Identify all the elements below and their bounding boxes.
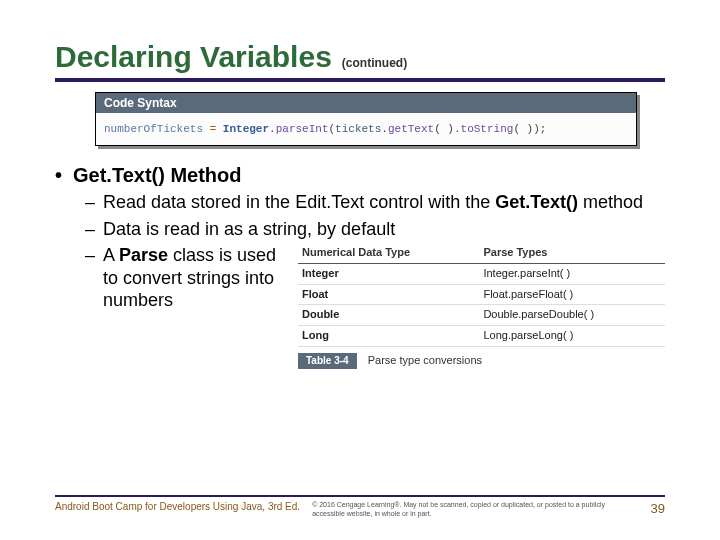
table-row: Long Long.parseLong( ) xyxy=(298,326,665,347)
code-syntax-box: Code Syntax numberOfTickets = Integer.pa… xyxy=(95,92,637,146)
bullet2c-text-1: A xyxy=(103,245,119,265)
code-token-equals: = xyxy=(210,123,217,135)
footer-copyright: © 2016 Cengage Learning®. May not be sca… xyxy=(312,501,636,518)
slide-footer: Android Boot Camp for Developers Using J… xyxy=(55,495,665,518)
cell-parse: Long.parseLong( ) xyxy=(479,326,665,347)
title-rule xyxy=(55,78,665,82)
footer-page-number: 39 xyxy=(637,501,665,517)
table-row: Integer Integer.parseInt( ) xyxy=(298,263,665,284)
parse-table: Numerical Data Type Parse Types Integer … xyxy=(298,244,665,347)
bullet2a-bold: Get.Text() xyxy=(495,192,578,212)
bullet-level-2-with-table: A Parse class is used to convert strings… xyxy=(103,244,665,369)
table-tag: Table 3-4 xyxy=(298,353,357,370)
continued-label: (continued) xyxy=(342,56,407,70)
bullet2c-bold: Parse xyxy=(119,245,168,265)
bullet2b-text: Data is read in as a string, by default xyxy=(103,219,395,239)
code-token-semicolon: ; xyxy=(540,123,547,135)
code-token-object: tickets xyxy=(335,123,381,135)
bullet-level-2: Read data stored in the Edit.Text contro… xyxy=(103,191,665,214)
bullet2a-text-2: method xyxy=(578,192,643,212)
bullet-level-2: Data is read in as a string, by default xyxy=(103,218,665,241)
bullet1-text: Get.Text() Method xyxy=(73,164,242,186)
bullet-level-1: Get.Text() Method xyxy=(73,164,665,187)
cell-parse: Integer.parseInt( ) xyxy=(479,263,665,284)
table-row: Float Float.parseFloat( ) xyxy=(298,284,665,305)
slide: Declaring Variables (continued) Code Syn… xyxy=(0,0,720,540)
table-row: Double Double.parseDouble( ) xyxy=(298,305,665,326)
cell-parse: Float.parseFloat( ) xyxy=(479,284,665,305)
parse-table-wrap: Numerical Data Type Parse Types Integer … xyxy=(298,244,665,369)
cell-type: Float xyxy=(298,284,479,305)
table-caption: Table 3-4 Parse type conversions xyxy=(298,353,665,370)
bullet-list: Get.Text() Method Read data stored in th… xyxy=(55,164,665,369)
title-line: Declaring Variables (continued) xyxy=(55,40,665,74)
table-header-type: Numerical Data Type xyxy=(298,244,479,263)
code-token-tostring: toString xyxy=(461,123,514,135)
code-token-class: Integer xyxy=(223,123,269,135)
footer-book-title: Android Boot Camp for Developers Using J… xyxy=(55,501,312,513)
bullet2a-text-1: Read data stored in the Edit.Text contro… xyxy=(103,192,495,212)
code-token-variable: numberOfTickets xyxy=(104,123,203,135)
cell-type: Integer xyxy=(298,263,479,284)
code-syntax-header: Code Syntax xyxy=(96,93,636,113)
cell-parse: Double.parseDouble( ) xyxy=(479,305,665,326)
code-syntax-body: numberOfTickets = Integer.parseInt(ticke… xyxy=(96,113,636,145)
code-token-parseint: parseInt xyxy=(276,123,329,135)
cell-type: Long xyxy=(298,326,479,347)
slide-title: Declaring Variables xyxy=(55,40,332,74)
table-caption-text: Parse type conversions xyxy=(368,354,482,366)
table-header-parse: Parse Types xyxy=(479,244,665,263)
cell-type: Double xyxy=(298,305,479,326)
bullet2c-text: A Parse class is used to convert strings… xyxy=(103,244,288,312)
code-token-gettext: getText xyxy=(388,123,434,135)
